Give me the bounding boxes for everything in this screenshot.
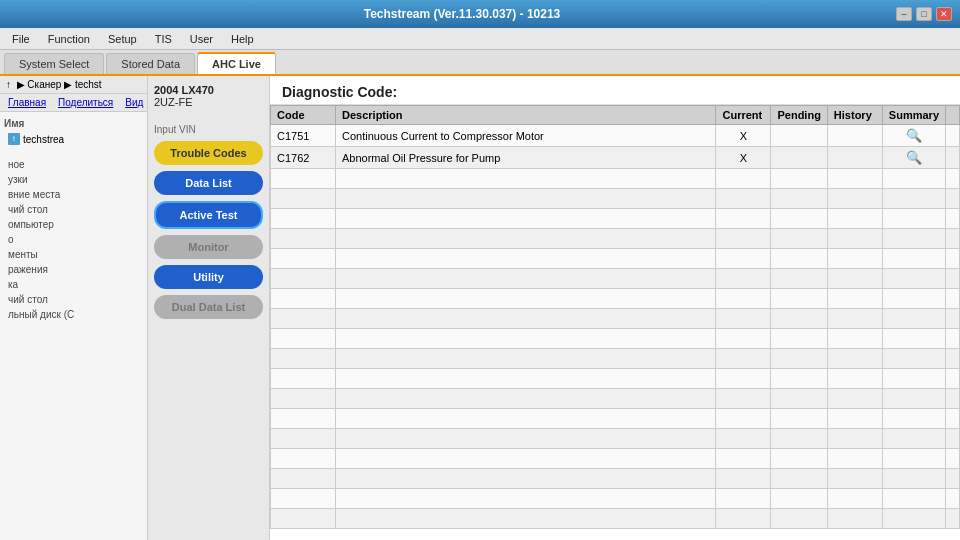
tab-system-select[interactable]: System Select bbox=[4, 53, 104, 74]
table-row bbox=[271, 509, 960, 529]
close-button[interactable]: ✕ bbox=[936, 7, 952, 21]
nav-home[interactable]: Главная bbox=[4, 96, 50, 109]
sidebar-section-nav: ное узки вние места чий стол омпьютер о … bbox=[4, 155, 143, 324]
restore-button[interactable]: □ bbox=[916, 7, 932, 21]
left-sidebar: ↑ ▶ Сканер ▶ techst Главная Поделиться В… bbox=[0, 76, 148, 540]
minimize-button[interactable]: – bbox=[896, 7, 912, 21]
vehicle-model: 2004 LX470 bbox=[154, 84, 263, 96]
nav-item-2[interactable]: узки bbox=[4, 172, 143, 187]
table-row bbox=[271, 369, 960, 389]
menu-user[interactable]: User bbox=[182, 31, 221, 47]
cell-scroll-2 bbox=[946, 147, 960, 169]
nav-item-11[interactable]: льный диск (С bbox=[4, 307, 143, 322]
menu-file[interactable]: File bbox=[4, 31, 38, 47]
col-header-code: Code bbox=[271, 106, 336, 125]
table-row bbox=[271, 209, 960, 229]
tab-stored-data[interactable]: Stored Data bbox=[106, 53, 195, 74]
menu-help[interactable]: Help bbox=[223, 31, 262, 47]
utility-button[interactable]: Utility bbox=[154, 265, 263, 289]
nav-item-5[interactable]: омпьютер bbox=[4, 217, 143, 232]
menu-function[interactable]: Function bbox=[40, 31, 98, 47]
table-row bbox=[271, 409, 960, 429]
nav-item-10[interactable]: чий стол bbox=[4, 292, 143, 307]
main-content: ↑ ▶ Сканер ▶ techst Главная Поделиться В… bbox=[0, 76, 960, 540]
table-row bbox=[271, 289, 960, 309]
col-header-summary: Summary bbox=[882, 106, 945, 125]
title-bar: Techstream (Ver.11.30.037) - 10213 – □ ✕ bbox=[0, 0, 960, 28]
center-panel: 2004 LX470 2UZ-FE Input VIN Trouble Code… bbox=[148, 76, 270, 540]
breadcrumb: ↑ ▶ Сканер ▶ techst bbox=[0, 76, 147, 94]
monitor-button[interactable]: Monitor bbox=[154, 235, 263, 259]
table-row bbox=[271, 169, 960, 189]
cell-desc-2: Abnormal Oil Pressure for Pump bbox=[336, 147, 716, 169]
tab-bar: System Select Stored Data AHC Live bbox=[0, 50, 960, 76]
sidebar-nav: Главная Поделиться Вид bbox=[0, 94, 147, 112]
nav-item-8[interactable]: ражения bbox=[4, 262, 143, 277]
active-test-button[interactable]: Active Test bbox=[154, 201, 263, 229]
diagnostic-title: Diagnostic Code: bbox=[270, 76, 960, 105]
cell-code-1: C1751 bbox=[271, 125, 336, 147]
col-header-history: History bbox=[827, 106, 882, 125]
table-row bbox=[271, 429, 960, 449]
input-vin-label: Input VIN bbox=[154, 124, 263, 135]
cell-pending-2 bbox=[771, 147, 827, 169]
cell-summary-1[interactable]: 🔍 bbox=[882, 125, 945, 147]
col-header-current: Current bbox=[716, 106, 771, 125]
dual-data-list-button[interactable]: Dual Data List bbox=[154, 295, 263, 319]
table-row bbox=[271, 489, 960, 509]
col-header-pending: Pending bbox=[771, 106, 827, 125]
sidebar-item-techstrea[interactable]: t techstrea bbox=[4, 131, 143, 147]
sidebar-list: Имя t techstrea ное узки вние места чий … bbox=[0, 112, 147, 540]
data-list-button[interactable]: Data List bbox=[154, 171, 263, 195]
table-row bbox=[271, 449, 960, 469]
window-title: Techstream (Ver.11.30.037) - 10213 bbox=[28, 7, 896, 21]
nav-item-4[interactable]: чий стол bbox=[4, 202, 143, 217]
vehicle-engine: 2UZ-FE bbox=[154, 96, 263, 108]
table-row: C1751 Continuous Current to Compressor M… bbox=[271, 125, 960, 147]
cell-summary-2[interactable]: 🔍 bbox=[882, 147, 945, 169]
sidebar-item-label: techstrea bbox=[23, 134, 64, 145]
diagnostic-table: Code Description Current Pending History… bbox=[270, 105, 960, 529]
table-row bbox=[271, 229, 960, 249]
table-row bbox=[271, 329, 960, 349]
cell-pending-1 bbox=[771, 125, 827, 147]
nav-item-6[interactable]: о bbox=[4, 232, 143, 247]
table-row bbox=[271, 309, 960, 329]
tab-ahc-live[interactable]: AHC Live bbox=[197, 52, 276, 74]
cell-history-2 bbox=[827, 147, 882, 169]
cell-history-1 bbox=[827, 125, 882, 147]
sidebar-name-label: Имя bbox=[4, 116, 143, 131]
cell-current-2: X bbox=[716, 147, 771, 169]
menu-tis[interactable]: TIS bbox=[147, 31, 180, 47]
menu-bar: File Function Setup TIS User Help bbox=[0, 28, 960, 50]
table-row bbox=[271, 349, 960, 369]
table-row bbox=[271, 269, 960, 289]
nav-item-9[interactable]: ка bbox=[4, 277, 143, 292]
col-header-scroll bbox=[946, 106, 960, 125]
trouble-codes-button[interactable]: Trouble Codes bbox=[154, 141, 263, 165]
table-row bbox=[271, 389, 960, 409]
col-header-description: Description bbox=[336, 106, 716, 125]
diagnostic-table-container: Code Description Current Pending History… bbox=[270, 105, 960, 540]
vehicle-info: 2004 LX470 2UZ-FE bbox=[154, 84, 263, 108]
main-panel: Diagnostic Code: Code Description Curren… bbox=[270, 76, 960, 540]
nav-share[interactable]: Поделиться bbox=[54, 96, 117, 109]
table-row bbox=[271, 189, 960, 209]
nav-item-1[interactable]: ное bbox=[4, 157, 143, 172]
file-icon: t bbox=[8, 133, 20, 145]
nav-view[interactable]: Вид bbox=[121, 96, 147, 109]
table-row bbox=[271, 249, 960, 269]
table-row: C1762 Abnormal Oil Pressure for Pump X 🔍 bbox=[271, 147, 960, 169]
cell-code-2: C1762 bbox=[271, 147, 336, 169]
table-row bbox=[271, 469, 960, 489]
nav-item-3[interactable]: вние места bbox=[4, 187, 143, 202]
menu-setup[interactable]: Setup bbox=[100, 31, 145, 47]
cell-current-1: X bbox=[716, 125, 771, 147]
cell-desc-1: Continuous Current to Compressor Motor bbox=[336, 125, 716, 147]
cell-scroll-1 bbox=[946, 125, 960, 147]
window-controls: – □ ✕ bbox=[896, 7, 952, 21]
nav-item-7[interactable]: менты bbox=[4, 247, 143, 262]
